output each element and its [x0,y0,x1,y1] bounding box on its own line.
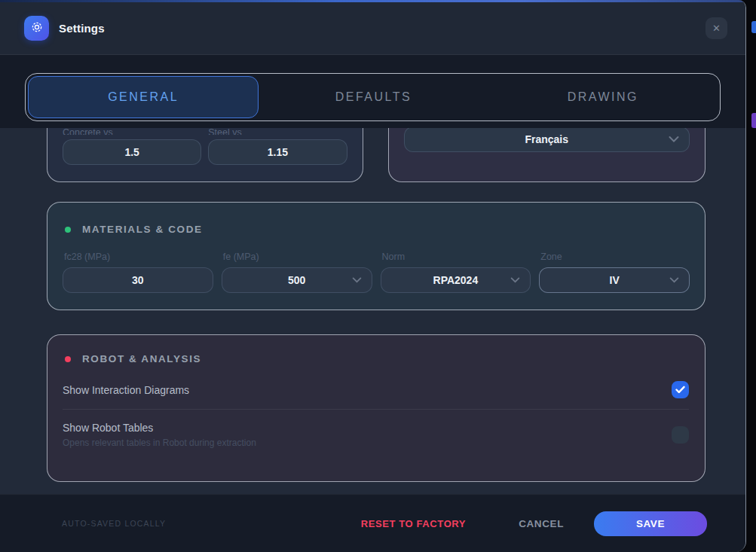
safety-factors-panel: Concrete γs 1.5 Steel γs 1.15 [47,128,363,182]
section-dot-pink [65,356,71,362]
close-icon: ✕ [712,23,721,34]
tab-defaults[interactable]: DEFAULTS [259,76,488,118]
concrete-gamma-input[interactable]: 1.5 [63,139,201,165]
chevron-down-icon [669,277,679,283]
show-interaction-diagrams-row: Show Interaction Diagrams [63,371,689,409]
show-interaction-diagrams-label: Show Interaction Diagrams [63,384,672,396]
materials-section-title: MATERIALS & CODE [82,224,203,235]
show-robot-tables-label: Show Robot Tables [63,422,672,434]
settings-dialog: Settings ✕ GENERAL DEFAULTS DRAWING Conc… [0,0,746,552]
save-button[interactable]: SAVE [594,511,707,536]
settings-app-icon [24,16,49,41]
steel-gamma-input[interactable]: 1.15 [208,139,347,165]
section-dot-green [65,227,71,233]
steel-gamma-label: Steel γs [208,128,241,135]
show-robot-tables-row: Show Robot Tables Opens relevant tables … [63,409,689,459]
materials-code-section: MATERIALS & CODE fc28 (MPa) 30 fe (MPa) … [47,202,705,310]
fc28-label: fc28 (MPa) [64,252,213,262]
page-title: Settings [59,22,105,35]
show-robot-tables-checkbox[interactable] [672,426,689,444]
autosave-status: AUTO-SAVED LOCALLY [62,519,166,528]
concrete-gamma-label: Concrete γs [63,128,113,135]
close-button[interactable]: ✕ [705,17,727,39]
show-robot-tables-sublabel: Opens relevant tables in Robot during ex… [63,438,672,448]
tab-drawing[interactable]: DRAWING [488,76,718,118]
gear-icon [30,20,44,37]
background-app-fragment [751,113,756,128]
tab-strip: GENERAL DEFAULTS DRAWING [0,55,745,128]
robot-section-title: ROBOT & ANALYSIS [82,353,201,364]
tab-general[interactable]: GENERAL [28,76,259,118]
show-interaction-diagrams-checkbox[interactable] [672,381,689,398]
background-app-strip [746,0,756,552]
zone-select[interactable]: IV [539,267,690,293]
robot-analysis-section: ROBOT & ANALYSIS Show Interaction Diagra… [47,334,705,482]
reset-to-factory-button[interactable]: RESET TO FACTORY [361,518,466,529]
chevron-down-icon [669,136,679,143]
background-app-fragment [751,21,756,33]
fe-select[interactable]: 500 [222,267,372,293]
norm-label: Norm [382,252,531,262]
settings-content: Concrete γs 1.5 Steel γs 1.15 Français [0,128,745,494]
cancel-button[interactable]: CANCEL [519,518,564,529]
zone-label: Zone [540,252,690,262]
dialog-header: Settings ✕ [0,2,745,55]
chevron-down-icon [352,277,362,283]
checkmark-icon [675,383,685,397]
language-panel: Français [388,128,706,182]
dialog-footer: AUTO-SAVED LOCALLY RESET TO FACTORY CANC… [0,494,745,552]
fc28-input[interactable]: 30 [63,267,213,293]
tab-bar: GENERAL DEFAULTS DRAWING [25,73,721,121]
fe-label: fe (MPa) [223,252,372,262]
chevron-down-icon [510,277,520,283]
language-select[interactable]: Français [404,128,690,152]
norm-select[interactable]: RPA2024 [381,267,531,293]
